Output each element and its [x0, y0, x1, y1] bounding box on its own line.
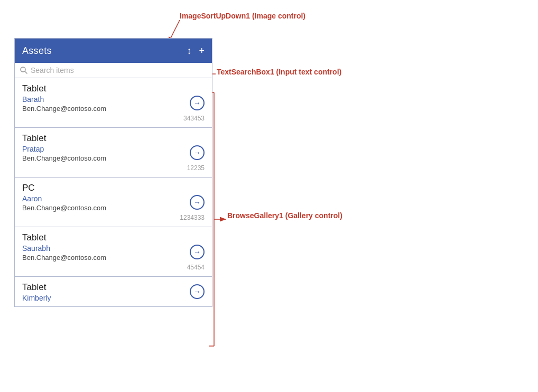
item-email: Ben.Change@contoso.com	[22, 204, 205, 212]
item-title: PC	[22, 183, 205, 193]
list-item[interactable]: Tablet Barath Ben.Change@contoso.com 343…	[15, 78, 212, 128]
panel-header: Assets ↕ +	[15, 39, 212, 63]
browse-gallery: Tablet Barath Ben.Change@contoso.com 343…	[15, 78, 212, 306]
item-title: Tablet	[22, 83, 205, 94]
gallery-annotation: BrowseGallery1 (Gallery control)	[227, 211, 342, 220]
item-subtitle: Aaron	[22, 194, 205, 203]
item-subtitle: Pratap	[22, 145, 205, 153]
list-item[interactable]: Tablet Kimberly →	[15, 277, 212, 306]
search-box-container	[15, 63, 212, 78]
list-item[interactable]: Tablet Saurabh Ben.Change@contoso.com 45…	[15, 227, 212, 277]
item-email: Ben.Change@contoso.com	[22, 154, 205, 162]
panel-title: Assets	[22, 45, 52, 57]
item-subtitle: Barath	[22, 95, 205, 104]
item-number: 343453	[22, 115, 205, 122]
svg-line-9	[25, 71, 27, 73]
search-box-annotation: TextSearchBox1 (Input text control)	[217, 68, 341, 76]
navigate-arrow[interactable]: →	[190, 245, 205, 259]
item-number: 12235	[22, 164, 205, 172]
item-email: Ben.Change@contoso.com	[22, 254, 205, 262]
navigate-arrow[interactable]: →	[190, 96, 205, 110]
item-title: Tablet	[22, 232, 205, 243]
header-icons: ↕ +	[187, 45, 205, 57]
item-number: 1234333	[22, 214, 205, 221]
navigate-arrow[interactable]: →	[190, 145, 205, 160]
item-number: 45454	[22, 264, 205, 271]
item-title: Tablet	[22, 133, 205, 144]
image-sort-annotation: ImageSortUpDown1 (Image control)	[180, 12, 305, 20]
list-item[interactable]: PC Aaron Ben.Change@contoso.com 1234333 …	[15, 178, 212, 227]
sort-icon[interactable]: ↕	[187, 45, 191, 57]
search-icon	[20, 67, 27, 74]
navigate-arrow[interactable]: →	[190, 195, 205, 210]
item-title: Tablet	[22, 282, 205, 293]
list-item[interactable]: Tablet Pratap Ben.Change@contoso.com 122…	[15, 128, 212, 178]
navigate-arrow[interactable]: →	[190, 284, 205, 299]
add-icon[interactable]: +	[199, 45, 205, 57]
item-email: Ben.Change@contoso.com	[22, 105, 205, 113]
search-input[interactable]	[31, 66, 207, 74]
item-subtitle: Kimberly	[22, 294, 205, 302]
assets-panel: Assets ↕ + Tablet Barath Ben.Change@cont…	[14, 38, 212, 307]
svg-point-8	[21, 67, 25, 72]
item-subtitle: Saurabh	[22, 244, 205, 253]
